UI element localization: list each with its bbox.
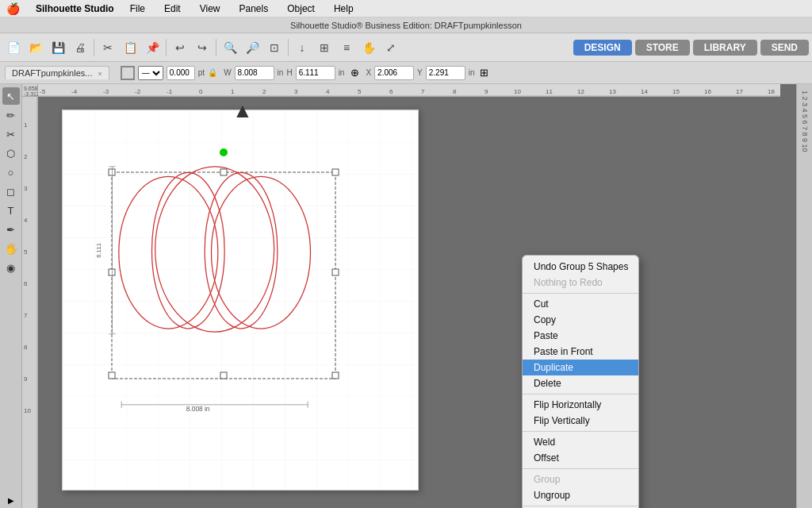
- ellipse-tool[interactable]: ○: [2, 164, 20, 181]
- sep2: [166, 39, 167, 56]
- right-panel: 1 2 3 4 5 6 7 8 9 10: [796, 84, 812, 508]
- in-label1: in: [278, 68, 284, 77]
- save-button[interactable]: 💾: [48, 37, 68, 58]
- menu-edit[interactable]: Edit: [161, 2, 184, 16]
- ctx-delete[interactable]: Delete: [523, 375, 638, 391]
- svg-text:6.111: 6.111: [95, 243, 102, 258]
- tab-close-button[interactable]: ×: [98, 70, 102, 78]
- hand-tool[interactable]: 🖐: [2, 240, 20, 257]
- ruler-corner: 9.658 -3.312: [22, 84, 38, 97]
- ctx-ungroup[interactable]: Ungroup: [523, 487, 638, 503]
- cut-tool[interactable]: ✂: [2, 125, 20, 143]
- width-input[interactable]: [235, 66, 274, 80]
- ctx-sep3: [523, 431, 638, 432]
- ctx-sep5: [523, 506, 638, 506]
- svg-text:3: 3: [24, 185, 28, 192]
- ctx-weld[interactable]: Weld: [523, 434, 638, 450]
- new-button[interactable]: 📄: [3, 37, 24, 58]
- ctx-paste-in-front[interactable]: Paste in Front: [523, 344, 638, 360]
- grid-icon: ⊞: [480, 67, 488, 79]
- svg-text:0: 0: [199, 88, 203, 95]
- svg-text:-5: -5: [40, 88, 46, 95]
- pen-tool[interactable]: ✒: [2, 221, 20, 238]
- properties-bar: DRAFTpumpkinles... × — pt 🔒 W in H in ⊕ …: [0, 62, 812, 84]
- copy-button[interactable]: 📋: [120, 37, 140, 58]
- zoom-fit-button[interactable]: ⊡: [264, 37, 285, 58]
- canvas-area[interactable]: 9.658 -3.312 -5 -4 -3 -2 -1 0 1 2 3 4 5 …: [22, 84, 796, 508]
- select-tool[interactable]: ↖: [2, 87, 20, 105]
- sep3: [216, 39, 216, 56]
- document-tab[interactable]: DRAFTpumpkinles... ×: [5, 66, 109, 79]
- x-input[interactable]: [374, 66, 414, 80]
- mat-up-arrow: ▲: [232, 98, 253, 123]
- stroke-selector[interactable]: —: [138, 66, 163, 80]
- svg-text:9: 9: [24, 375, 28, 383]
- y-input[interactable]: [426, 66, 465, 80]
- svg-text:12: 12: [577, 88, 584, 95]
- svg-text:5: 5: [24, 248, 28, 256]
- library-button[interactable]: LIBRARY: [693, 40, 757, 56]
- shape-selector[interactable]: [121, 66, 135, 80]
- in-label2: in: [339, 68, 345, 77]
- svg-text:15: 15: [672, 88, 680, 95]
- svg-text:3: 3: [294, 88, 298, 95]
- send-button[interactable]: SEND: [760, 40, 809, 56]
- menu-panels[interactable]: Panels: [236, 2, 272, 16]
- ctx-undo[interactable]: Undo Group 5 Shapes: [523, 259, 638, 275]
- expand-icon[interactable]: ▶: [8, 496, 14, 505]
- group-tool[interactable]: ⊞: [314, 37, 335, 58]
- svg-text:13: 13: [609, 88, 616, 95]
- draw-tool[interactable]: ✏: [2, 106, 20, 124]
- arrow-tool[interactable]: ↓: [292, 37, 312, 58]
- main-area: ↖ ✏ ✂ ⬡ ○ ◻ T ✒ 🖐 ◉ ▶ 9.658 -3.312 -5 -4…: [0, 84, 812, 508]
- cut-button[interactable]: ✂: [98, 37, 118, 58]
- horizontal-ruler: -5 -4 -3 -2 -1 0 1 2 3 4 5 6 7 8 9 10 11…: [38, 84, 780, 97]
- svg-point-50: [212, 176, 311, 329]
- lock-icon: 🔒: [208, 67, 220, 79]
- ctx-redo: Nothing to Redo: [523, 275, 638, 291]
- tab-title: DRAFTpumpkinles...: [12, 68, 92, 78]
- ctx-paste[interactable]: Paste: [523, 328, 638, 344]
- zoom-out-button[interactable]: 🔎: [242, 37, 262, 58]
- align-tool[interactable]: ≡: [336, 37, 357, 58]
- ctx-duplicate[interactable]: Duplicate: [523, 360, 638, 375]
- menu-file[interactable]: File: [127, 2, 148, 16]
- redo-button[interactable]: ↪: [192, 37, 213, 58]
- store-button[interactable]: STORE: [635, 40, 690, 56]
- print-button[interactable]: 🖨: [70, 37, 90, 58]
- left-toolbar: ↖ ✏ ✂ ⬡ ○ ◻ T ✒ 🖐 ◉ ▶: [0, 84, 22, 508]
- zoom-in-button[interactable]: 🔍: [220, 37, 240, 58]
- polygon-tool[interactable]: ⬡: [2, 144, 20, 162]
- stroke-width-input[interactable]: [167, 66, 195, 80]
- ctx-group-label: Group: [523, 471, 638, 487]
- ctx-flip-v[interactable]: Flip Vertically: [523, 413, 638, 429]
- menu-help[interactable]: Help: [331, 2, 357, 16]
- ctx-cut[interactable]: Cut: [523, 296, 638, 312]
- point-tool[interactable]: ◉: [2, 259, 20, 276]
- nav-buttons: DESIGN STORE LIBRARY SEND: [573, 40, 809, 56]
- svg-text:16: 16: [704, 88, 711, 95]
- menubar: 🍎 Silhouette Studio File Edit View Panel…: [0, 0, 812, 17]
- design-button[interactable]: DESIGN: [573, 40, 632, 56]
- paste-button[interactable]: 📌: [142, 37, 163, 58]
- open-button[interactable]: 📂: [25, 37, 46, 58]
- measure-tool[interactable]: ⤢: [381, 37, 401, 58]
- ctx-copy[interactable]: Copy: [523, 312, 638, 328]
- ctx-sep2: [523, 394, 638, 394]
- height-input[interactable]: [296, 66, 335, 80]
- svg-text:-2: -2: [135, 88, 141, 95]
- rect-tool[interactable]: ◻: [2, 183, 20, 200]
- svg-text:2: 2: [24, 153, 28, 160]
- hand-tool[interactable]: ✋: [358, 37, 379, 58]
- menu-object[interactable]: Object: [284, 2, 318, 16]
- undo-button[interactable]: ↩: [170, 37, 190, 58]
- menu-view[interactable]: View: [197, 2, 224, 16]
- context-menu: Undo Group 5 Shapes Nothing to Redo Cut …: [522, 255, 639, 508]
- svg-point-49: [119, 176, 218, 329]
- ctx-offset[interactable]: Offset: [523, 450, 638, 466]
- y-label: Y: [417, 68, 423, 77]
- svg-text:4: 4: [326, 88, 330, 95]
- svg-text:14: 14: [641, 88, 648, 95]
- text-tool[interactable]: T: [2, 202, 20, 219]
- ctx-flip-h[interactable]: Flip Horizontally: [523, 397, 638, 413]
